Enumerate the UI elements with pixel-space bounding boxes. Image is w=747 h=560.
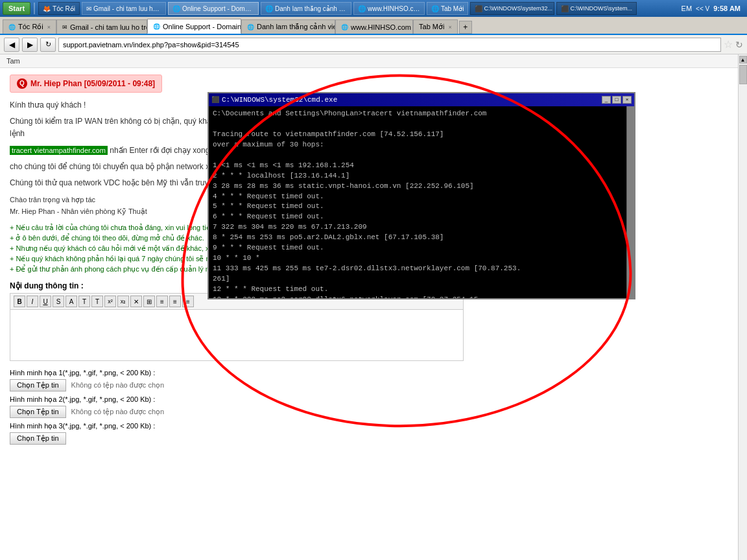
taskbar-item-gmail[interactable]: ✉ Gmail - chi tam luu ho tro ... xyxy=(82,2,166,15)
file-status-2: Không có tệp nào được chọn xyxy=(71,408,165,416)
taskbar-windows-group: ⬛ C:\WINDOWS\system32... ⬛ C:\WINDOWS\sy… xyxy=(470,2,637,15)
scroll-up-btn[interactable]: ▲ xyxy=(739,56,747,64)
cmd-title-left: ⬛ C:\WINDOWS\system32\cmd.exe xyxy=(211,96,337,104)
cmd-line-0: C:\Documents and Settings\PhongLan>trace… xyxy=(213,109,630,119)
scroll-thumb[interactable] xyxy=(739,65,747,84)
close-icon-new[interactable]: × xyxy=(448,24,451,30)
cmd-line-4: 4 * * * Request timed out. xyxy=(213,192,630,202)
choose-file-btn-2[interactable]: Chọn Tệp tin xyxy=(10,406,66,418)
breadcrumb-text: Tam xyxy=(6,57,20,65)
cmd-close-btn[interactable]: × xyxy=(622,96,632,104)
clock: 9:58 AM xyxy=(713,5,741,12)
editor-btn-bold[interactable]: B xyxy=(14,296,25,307)
tab-hinhso[interactable]: 🌐 www.HINHSO.com × xyxy=(335,19,413,34)
cmd-minimize-btn[interactable]: _ xyxy=(602,96,611,104)
editor-textarea[interactable] xyxy=(10,309,464,361)
cmd-line-2: 2 * * * localhost [123.16.144.1] xyxy=(213,171,630,181)
taskbar-top: Start 🦊 Tóc Rồi ✉ Gmail - chi tam luu ho… xyxy=(0,0,747,17)
taskbar-item-hinhso[interactable]: 🌐 www.HINHSO.com xyxy=(353,2,425,15)
taskbar-label-dulich: Danh lam thắng cảnh vie... xyxy=(275,5,347,12)
taskbar-item-support[interactable]: 🌐 Online Support - Domain ... xyxy=(168,2,259,15)
page-scrollbar[interactable]: ▲ xyxy=(738,54,747,560)
cmd-line-12: 12 * * * Request timed out. xyxy=(213,285,630,295)
tab-label-danh: Danh lam thắng cảnh vie... xyxy=(257,23,335,31)
editor-btn-t1[interactable]: T xyxy=(78,296,90,307)
tab-gmail[interactable]: ✉ Gmail - chi tam luu ho tro... × xyxy=(56,19,147,34)
taskbar-label-toc-roi: Tóc Rồi xyxy=(53,5,75,12)
post-header: Q Mr. Hiep Phan [05/09/2011 - 09:48] xyxy=(10,75,162,93)
system-tray: EM << V 9:58 AM xyxy=(682,5,744,12)
tab-support[interactable]: 🌐 Online Support - Domain... × xyxy=(147,19,241,34)
forward-button[interactable]: ▶ xyxy=(22,38,38,52)
cmd-title-text: C:\WINDOWS\system32\cmd.exe xyxy=(222,96,337,104)
post-author-icon: Q xyxy=(17,78,27,89)
taskbar-item-toc-roi[interactable]: 🦊 Tóc Rồi xyxy=(38,2,80,15)
file-upload-section: Hình minh họa 1(*.jpg, *.gif, *.png, < 2… xyxy=(10,369,728,445)
close-icon-toc[interactable]: × xyxy=(47,24,51,30)
cmd-line-10: 10 * * 10 * xyxy=(213,253,630,264)
editor-btn-align-center[interactable]: ≡ xyxy=(169,296,181,307)
editor-btn-strike[interactable]: S xyxy=(53,296,64,307)
file-label-2: Hình minh họa 2(*.jpg, *.gif, *.png, < 2… xyxy=(10,395,728,404)
editor-btn-align-right[interactable]: ≡ xyxy=(182,296,194,307)
link-tracert[interactable]: tracert vietnampathfinder.com xyxy=(10,146,108,155)
editor-btn-align-left[interactable]: ≡ xyxy=(156,296,168,307)
taskbar-item-cmd1[interactable]: ⬛ C:\WINDOWS\system32... xyxy=(470,2,554,15)
tab-icon-hinhso: 🌐 xyxy=(358,5,366,12)
editor-btn-sub[interactable]: x₂ xyxy=(117,296,129,307)
editor-btn-super[interactable]: x² xyxy=(104,296,116,307)
refresh-icon-right[interactable]: ↻ xyxy=(735,40,743,50)
choose-file-btn-1[interactable]: Chọn Tệp tin xyxy=(10,379,66,391)
taskbar-item-dulich[interactable]: 🌐 Danh lam thắng cảnh vie... xyxy=(261,2,351,15)
cmd-body: C:\Documents and Settings\PhongLan>trace… xyxy=(209,106,634,298)
cmd-window[interactable]: ⬛ C:\WINDOWS\system32\cmd.exe _ □ × C:\D… xyxy=(208,92,635,299)
start-button[interactable]: Start xyxy=(3,2,30,15)
refresh-button[interactable]: ↻ xyxy=(40,38,56,52)
cmd-controls: _ □ × xyxy=(602,96,632,104)
new-tab-btn[interactable]: + xyxy=(459,21,472,34)
tab-label-hinhso: www.HINHSO.com xyxy=(351,23,411,31)
choose-file-btn-3[interactable]: Chọn Tệp tin xyxy=(10,432,66,445)
file-row-3: Chọn Tệp tin xyxy=(10,432,728,445)
cmd-icon: ⬛ xyxy=(211,96,219,104)
cmd-line-7: 7 322 ms 304 ms 220 ms 67.17.213.209 xyxy=(213,222,630,233)
cmd-line-6: 6 * * * Request timed out. xyxy=(213,212,630,222)
file-label-1: Hình minh họa 1(*.jpg, *.gif, *.png, < 2… xyxy=(10,369,728,377)
tab-new[interactable]: Tab Mới × xyxy=(413,19,458,34)
tray-icons: << V xyxy=(696,5,709,12)
cmd-line-11: 11 333 ms 425 ms 255 ms te7-2.dsr02.dlls… xyxy=(213,264,630,274)
favicon-gmail: ✉ xyxy=(62,24,67,30)
firefox-icon: 🦊 xyxy=(43,5,51,12)
chrome-icon-1: 🌐 xyxy=(172,5,180,12)
taskbar-item-cmd2[interactable]: ⬛ C:\WINDOWS\system... xyxy=(556,2,637,15)
browser-toolbar: ◀ ▶ ↻ ☆ ↻ xyxy=(0,35,747,54)
cmd-scrollbar[interactable] xyxy=(626,106,634,298)
back-button[interactable]: ◀ xyxy=(4,38,19,52)
cmd-titlebar: ⬛ C:\WINDOWS\system32\cmd.exe _ □ × xyxy=(209,93,634,106)
tab-danh-lam[interactable]: 🌐 Danh lam thắng cảnh vie... × xyxy=(241,19,335,34)
tab-toc-roi[interactable]: 🌐 Tóc Rồi × xyxy=(3,19,56,34)
tab-label-support: Online Support - Domain... xyxy=(163,23,241,30)
editor-btn-image[interactable]: ⊞ xyxy=(143,296,155,307)
tab-icon-moi: 🌐 xyxy=(431,5,439,12)
editor-btn-t2[interactable]: T xyxy=(91,296,103,307)
taskbar-item-tab-moi[interactable]: 🌐 Tab Mới xyxy=(427,2,468,15)
editor-btn-italic[interactable]: I xyxy=(27,296,38,307)
cmd-line-max-hops: over a maximum of 30 hops: xyxy=(213,140,630,150)
cmd-line-tracing: Tracing route to vietnampathfinder.com [… xyxy=(213,130,630,140)
em-icon: EM xyxy=(682,5,693,12)
bookmark-star-icon[interactable]: ☆ xyxy=(724,38,733,51)
editor-btn-underline[interactable]: U xyxy=(40,296,51,307)
taskbar-label-hinhso: www.HINHSO.com xyxy=(368,5,420,12)
editor-btn-remove[interactable]: ✕ xyxy=(130,296,142,307)
cmd-line-3: 3 28 ms 28 ms 36 ms static.vnpt-hanoi.co… xyxy=(213,181,630,192)
page-body: Tam Q Mr. Hiep Phan [05/09/2011 - 09:48]… xyxy=(0,54,747,560)
favicon-hinhso: 🌐 xyxy=(341,24,348,30)
editor-btn-font[interactable]: A xyxy=(65,296,77,307)
address-bar[interactable] xyxy=(58,38,721,52)
tab-icon-dulich: 🌐 xyxy=(265,5,273,12)
tab-label-gmail: Gmail - chi tam luu ho tro... xyxy=(70,23,147,31)
cmd-maximize-btn[interactable]: □ xyxy=(612,96,621,104)
taskbar-label-gmail: Gmail - chi tam luu ho tro ... xyxy=(93,5,161,12)
browser-tabs-bar: 🌐 Tóc Rồi × ✉ Gmail - chi tam luu ho tro… xyxy=(0,17,747,35)
